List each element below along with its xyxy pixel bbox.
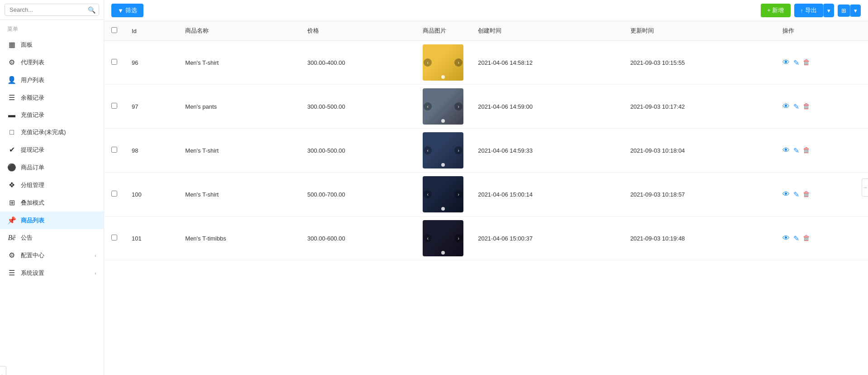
image-next-arrow[interactable]: › [454, 146, 463, 154]
sidebar-item-settings[interactable]: ☰ 系统设置 ‹ [0, 264, 104, 282]
edit-action-icon[interactable]: ✎ [793, 190, 799, 199]
edit-action-icon[interactable]: ✎ [793, 234, 799, 243]
toolbar-right: + 新增 ↑ 导出 ▾ ⊞ ▾ [761, 4, 861, 17]
row-checkbox[interactable] [111, 147, 117, 153]
image-prev-arrow[interactable]: ‹ [424, 58, 432, 67]
action-icons: 👁 ✎ 🗑 [782, 58, 861, 67]
menu-label: 菜单 [0, 20, 104, 36]
delete-action-icon[interactable]: 🗑 [803, 234, 810, 242]
image-prev-arrow[interactable]: ‹ [424, 102, 432, 111]
sidebar-item-dashboard[interactable]: ▦ 面板 [0, 36, 104, 53]
product-image-wrap: ‹ › [423, 44, 463, 81]
table-header-row: Id 商品名称 价格 商品图片 创建时间 更新时间 操作 [104, 21, 868, 41]
sidebar-item-balance[interactable]: ☰ 余额记录 [0, 89, 104, 106]
action-icons: 👁 ✎ 🗑 [782, 234, 861, 243]
view-action-icon[interactable]: 👁 [782, 190, 790, 198]
sidebar-item-label: 提现记录 [21, 146, 44, 154]
delete-action-icon[interactable]: 🗑 [803, 58, 810, 67]
row-name: Men's T-shirt [178, 173, 300, 216]
recharge-icon: ▬ [7, 111, 16, 119]
image-next-arrow[interactable]: › [454, 58, 463, 67]
edit-action-icon[interactable]: ✎ [793, 102, 799, 111]
export-btn-group: ↑ 导出 ▾ [794, 4, 835, 17]
sidebar-item-orders[interactable]: ⚫ 商品订单 [0, 159, 104, 176]
search-input[interactable] [5, 4, 99, 16]
col-updated: 更新时间 [623, 21, 775, 41]
row-actions: 👁 ✎ 🗑 [775, 216, 868, 260]
view-action-icon[interactable]: 👁 [782, 234, 790, 242]
sidebar-item-label: 公告 [21, 234, 33, 242]
sidebar-collapse-right[interactable]: → [862, 178, 868, 197]
view-action-icon[interactable]: 👁 [782, 102, 790, 111]
sidebar-item-user-list[interactable]: 👤 用户列表 [0, 71, 104, 89]
add-button[interactable]: + 新增 [761, 4, 790, 17]
view-dropdown-button[interactable]: ▾ [850, 5, 861, 17]
sidebar-item-group[interactable]: ❖ 分组管理 [0, 176, 104, 194]
image-next-arrow[interactable]: › [454, 234, 463, 242]
toolbar-left: ▼ 筛选 [111, 4, 143, 17]
product-icon: 📌 [7, 216, 16, 225]
row-checkbox[interactable] [111, 235, 117, 240]
export-button[interactable]: ↑ 导出 [794, 4, 824, 17]
product-image-wrap: ‹ › [423, 176, 463, 212]
sidebar-item-announcement[interactable]: Bē 公告 [0, 229, 104, 246]
image-prev-arrow[interactable]: ‹ [424, 146, 432, 154]
sidebar-item-overlay[interactable]: ⊞ 叠加模式 [0, 194, 104, 212]
image-next-arrow[interactable]: › [454, 190, 463, 198]
row-created: 2021-04-06 14:59:33 [471, 129, 623, 173]
row-name: Men's T-shirt [178, 41, 300, 85]
sidebar-item-label: 商品订单 [21, 163, 44, 172]
row-image-cell: ‹ › [415, 129, 471, 173]
row-checkbox[interactable] [111, 59, 117, 65]
view-action-icon[interactable]: 👁 [782, 146, 790, 154]
row-actions: 👁 ✎ 🗑 [775, 85, 868, 129]
row-updated: 2021-09-03 10:18:04 [623, 129, 775, 173]
sidebar-item-product-list[interactable]: 📌 商品列表 [0, 212, 104, 229]
export-dropdown-button[interactable]: ▾ [823, 4, 834, 17]
row-updated: 2021-09-03 10:17:42 [623, 85, 775, 129]
image-prev-arrow[interactable]: ‹ [424, 190, 432, 198]
sidebar: 🔍 菜单 ▦ 面板 ⚙ 代理列表 👤 用户列表 ☰ 余额记录 ▬ 充值记录 □ … [0, 0, 104, 375]
delete-action-icon[interactable]: 🗑 [803, 190, 810, 198]
product-table: Id 商品名称 价格 商品图片 创建时间 更新时间 操作 96 Men's T-… [104, 21, 868, 260]
sidebar-item-recharge-incomplete[interactable]: □ 充值记录(未完成) [0, 124, 104, 141]
select-all-checkbox[interactable] [111, 27, 117, 33]
overlay-icon: ⊞ [7, 198, 16, 207]
sidebar-item-agent-list[interactable]: ⚙ 代理列表 [0, 53, 104, 71]
image-dot [441, 207, 445, 211]
view-action-icon[interactable]: 👁 [782, 58, 790, 67]
product-table-container: Id 商品名称 价格 商品图片 创建时间 更新时间 操作 96 Men's T-… [104, 21, 868, 375]
table-row: 97 Men's pants 300.00-500.00 ‹ › 2021-04… [104, 85, 868, 129]
image-next-arrow[interactable]: › [454, 102, 463, 111]
edit-action-icon[interactable]: ✎ [793, 58, 799, 67]
group-icon: ❖ [7, 181, 16, 189]
row-checkbox[interactable] [111, 191, 117, 197]
chevron-left-icon: ‹ [95, 253, 96, 258]
product-image-wrap: ‹ › [423, 220, 463, 256]
delete-action-icon[interactable]: 🗑 [803, 146, 810, 154]
filter-button[interactable]: ▼ 筛选 [111, 4, 143, 17]
announcement-icon: Bē [7, 234, 16, 242]
filter-icon: ▼ [118, 7, 124, 14]
image-prev-arrow[interactable]: ‹ [424, 234, 432, 242]
row-checkbox-cell [104, 85, 124, 129]
row-checkbox-cell [104, 129, 124, 173]
view-button[interactable]: ⊞ [838, 5, 850, 17]
recharge-incomplete-icon: □ [7, 128, 16, 136]
edit-action-icon[interactable]: ✎ [793, 146, 799, 155]
grid-icon: ⊞ [841, 7, 846, 14]
row-id: 96 [124, 41, 178, 85]
row-actions: 👁 ✎ 🗑 [775, 41, 868, 85]
row-created: 2021-04-06 14:59:00 [471, 85, 623, 129]
row-checkbox[interactable] [111, 103, 117, 109]
table-row: 100 Men's T-shirt 500.00-700.00 ‹ › 2021… [104, 173, 868, 216]
row-price: 300.00-600.00 [300, 216, 415, 260]
orders-icon: ⚫ [7, 163, 16, 172]
sidebar-collapse-left[interactable]: ← [0, 366, 6, 375]
sidebar-item-withdrawal[interactable]: ✔ 提现记录 [0, 141, 104, 159]
sidebar-item-config[interactable]: ⚙ 配置中心 ‹ [0, 246, 104, 264]
delete-action-icon[interactable]: 🗑 [803, 102, 810, 111]
sidebar-item-label: 系统设置 [21, 269, 44, 277]
sidebar-item-recharge[interactable]: ▬ 充值记录 [0, 106, 104, 124]
row-price: 300.00-500.00 [300, 129, 415, 173]
